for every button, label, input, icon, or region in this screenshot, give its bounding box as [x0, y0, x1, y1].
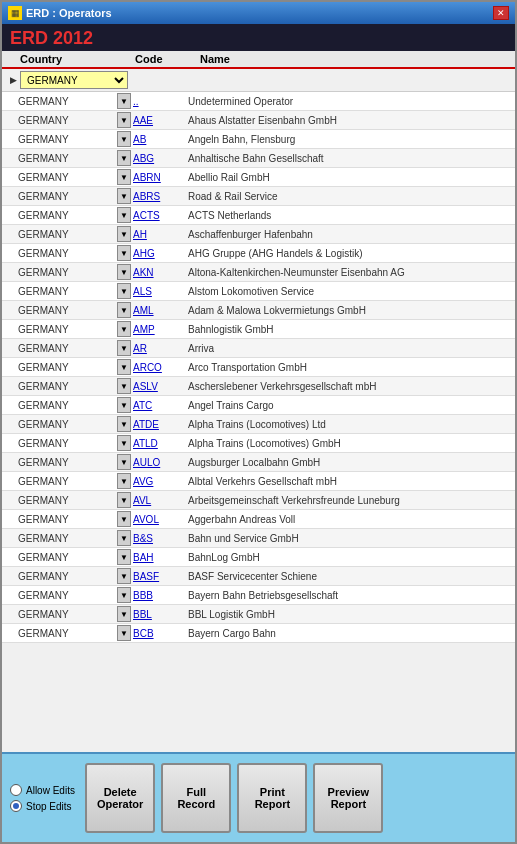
country-dropdown-arrow[interactable]: ▼ — [117, 245, 131, 261]
country-dropdown-arrow[interactable]: ▼ — [117, 321, 131, 337]
cell-code[interactable]: BCB — [131, 628, 186, 639]
country-dropdown-arrow[interactable]: ▼ — [117, 226, 131, 242]
country-dropdown-arrow[interactable]: ▼ — [117, 188, 131, 204]
cell-code[interactable]: AB — [131, 134, 186, 145]
cell-code[interactable]: .. — [131, 96, 186, 107]
country-dropdown-arrow[interactable]: ▼ — [117, 625, 131, 641]
country-dropdown-arrow[interactable]: ▼ — [117, 340, 131, 356]
table-row[interactable]: GERMANY ▼ ACTS ACTS Netherlands — [2, 206, 515, 225]
cell-code[interactable]: AKN — [131, 267, 186, 278]
country-dropdown-arrow[interactable]: ▼ — [117, 359, 131, 375]
table-row[interactable]: GERMANY ▼ B&S Bahn und Service GmbH — [2, 529, 515, 548]
cell-code[interactable]: AVOL — [131, 514, 186, 525]
cell-code[interactable]: ACTS — [131, 210, 186, 221]
allow-edits-radio[interactable]: Allow Edits — [10, 784, 75, 796]
country-dropdown-arrow[interactable]: ▼ — [117, 283, 131, 299]
table-row[interactable]: GERMANY ▼ .. Undetermined Operator — [2, 92, 515, 111]
country-dropdown-arrow[interactable]: ▼ — [117, 454, 131, 470]
table-row[interactable]: GERMANY ▼ ATDE Alpha Trains (Locomotives… — [2, 415, 515, 434]
table-row[interactable]: GERMANY ▼ ATC Angel Trains Cargo — [2, 396, 515, 415]
cell-name: ACTS Netherlands — [186, 210, 515, 221]
cell-code[interactable]: BBL — [131, 609, 186, 620]
cell-code[interactable]: ASLV — [131, 381, 186, 392]
table-row[interactable]: GERMANY ▼ ABG Anhaltische Bahn Gesellsch… — [2, 149, 515, 168]
data-table[interactable]: GERMANY ▼ .. Undetermined Operator GERMA… — [2, 92, 515, 752]
table-row[interactable]: GERMANY ▼ BAH BahnLog GmbH — [2, 548, 515, 567]
country-dropdown-arrow[interactable]: ▼ — [117, 302, 131, 318]
table-row[interactable]: GERMANY ▼ ASLV Ascherslebener Verkehrsge… — [2, 377, 515, 396]
country-dropdown-arrow[interactable]: ▼ — [117, 169, 131, 185]
cell-code[interactable]: BAH — [131, 552, 186, 563]
country-dropdown-arrow[interactable]: ▼ — [117, 150, 131, 166]
cell-code[interactable]: AH — [131, 229, 186, 240]
cell-code[interactable]: AR — [131, 343, 186, 354]
table-row[interactable]: GERMANY ▼ AULO Augsburger Localbahn GmbH — [2, 453, 515, 472]
country-dropdown-arrow[interactable]: ▼ — [117, 435, 131, 451]
table-row[interactable]: GERMANY ▼ AVL Arbeitsgemeinschaft Verkeh… — [2, 491, 515, 510]
cell-code[interactable]: AAE — [131, 115, 186, 126]
country-dropdown-arrow[interactable]: ▼ — [117, 473, 131, 489]
country-dropdown-arrow[interactable]: ▼ — [117, 606, 131, 622]
country-dropdown-arrow[interactable]: ▼ — [117, 568, 131, 584]
country-dropdown-arrow[interactable]: ▼ — [117, 492, 131, 508]
delete-operator-button[interactable]: DeleteOperator — [85, 763, 155, 833]
country-filter-dropdown[interactable]: GERMANY — [20, 71, 128, 89]
cell-code[interactable]: ATDE — [131, 419, 186, 430]
table-row[interactable]: GERMANY ▼ BASF BASF Servicecenter Schien… — [2, 567, 515, 586]
table-row[interactable]: GERMANY ▼ AR Arriva — [2, 339, 515, 358]
cell-code[interactable]: ALS — [131, 286, 186, 297]
stop-edits-radio-circle[interactable] — [10, 800, 22, 812]
cell-code[interactable]: AMP — [131, 324, 186, 335]
cell-code[interactable]: ABRN — [131, 172, 186, 183]
cell-country: GERMANY — [16, 343, 117, 354]
country-dropdown-arrow[interactable]: ▼ — [117, 93, 131, 109]
table-row[interactable]: GERMANY ▼ AML Adam & Malowa Lokvermietun… — [2, 301, 515, 320]
country-dropdown-arrow[interactable]: ▼ — [117, 530, 131, 546]
cell-code[interactable]: ARCO — [131, 362, 186, 373]
preview-report-button[interactable]: PreviewReport — [313, 763, 383, 833]
cell-code[interactable]: AML — [131, 305, 186, 316]
table-row[interactable]: GERMANY ▼ ARCO Arco Transportation GmbH — [2, 358, 515, 377]
cell-code[interactable]: ATC — [131, 400, 186, 411]
cell-code[interactable]: AVL — [131, 495, 186, 506]
table-row[interactable]: GERMANY ▼ BBL BBL Logistik GmbH — [2, 605, 515, 624]
cell-code[interactable]: ABRS — [131, 191, 186, 202]
country-dropdown-arrow[interactable]: ▼ — [117, 397, 131, 413]
table-row[interactable]: GERMANY ▼ AAE Ahaus Alstatter Eisenbahn … — [2, 111, 515, 130]
table-row[interactable]: GERMANY ▼ AMP Bahnlogistik GmbH — [2, 320, 515, 339]
country-dropdown-arrow[interactable]: ▼ — [117, 511, 131, 527]
country-dropdown-arrow[interactable]: ▼ — [117, 264, 131, 280]
table-row[interactable]: GERMANY ▼ BCB Bayern Cargo Bahn — [2, 624, 515, 643]
table-row[interactable]: GERMANY ▼ BBB Bayern Bahn Betriebsgesell… — [2, 586, 515, 605]
country-dropdown-arrow[interactable]: ▼ — [117, 112, 131, 128]
country-dropdown-arrow[interactable]: ▼ — [117, 587, 131, 603]
stop-edits-radio[interactable]: Stop Edits — [10, 800, 75, 812]
cell-code[interactable]: AHG — [131, 248, 186, 259]
table-row[interactable]: GERMANY ▼ ALS Alstom Lokomotiven Service — [2, 282, 515, 301]
cell-code[interactable]: BASF — [131, 571, 186, 582]
country-dropdown-arrow[interactable]: ▼ — [117, 207, 131, 223]
table-row[interactable]: GERMANY ▼ AKN Altona-Kaltenkirchen-Neumu… — [2, 263, 515, 282]
cell-code[interactable]: ABG — [131, 153, 186, 164]
table-row[interactable]: GERMANY ▼ AHG AHG Gruppe (AHG Handels & … — [2, 244, 515, 263]
cell-code[interactable]: AULO — [131, 457, 186, 468]
cell-code[interactable]: BBB — [131, 590, 186, 601]
table-row[interactable]: GERMANY ▼ AVOL Aggerbahn Andreas Voll — [2, 510, 515, 529]
cell-code[interactable]: AVG — [131, 476, 186, 487]
allow-edits-radio-circle[interactable] — [10, 784, 22, 796]
table-row[interactable]: GERMANY ▼ AH Aschaffenburger Hafenbahn — [2, 225, 515, 244]
country-dropdown-arrow[interactable]: ▼ — [117, 378, 131, 394]
country-dropdown-arrow[interactable]: ▼ — [117, 416, 131, 432]
table-row[interactable]: GERMANY ▼ ABRS Road & Rail Service — [2, 187, 515, 206]
table-row[interactable]: GERMANY ▼ ABRN Abellio Rail GmbH — [2, 168, 515, 187]
country-dropdown-arrow[interactable]: ▼ — [117, 549, 131, 565]
cell-code[interactable]: B&S — [131, 533, 186, 544]
table-row[interactable]: GERMANY ▼ ATLD Alpha Trains (Locomotives… — [2, 434, 515, 453]
close-button[interactable]: ✕ — [493, 6, 509, 20]
cell-code[interactable]: ATLD — [131, 438, 186, 449]
full-record-button[interactable]: FullRecord — [161, 763, 231, 833]
country-dropdown-arrow[interactable]: ▼ — [117, 131, 131, 147]
table-row[interactable]: GERMANY ▼ AVG Albtal Verkehrs Gesellscha… — [2, 472, 515, 491]
table-row[interactable]: GERMANY ▼ AB Angeln Bahn, Flensburg — [2, 130, 515, 149]
print-report-button[interactable]: PrintReport — [237, 763, 307, 833]
